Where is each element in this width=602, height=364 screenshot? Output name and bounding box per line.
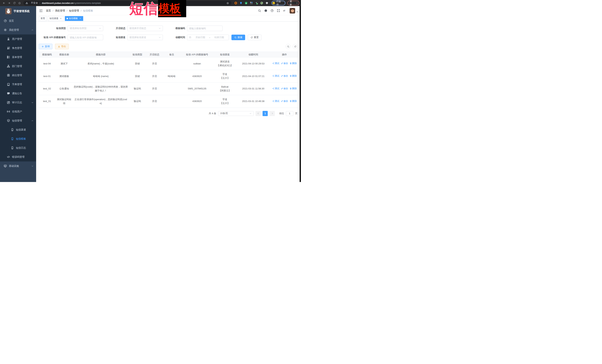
breadcrumb-item[interactable]: 系统管理 bbox=[55, 9, 65, 12]
fullscreen-icon[interactable] bbox=[275, 6, 281, 15]
sidebar-item-sms-template[interactable]: 短信模板 bbox=[0, 134, 36, 143]
delete-link[interactable]: 删除 bbox=[290, 74, 297, 78]
prev-page-button[interactable] bbox=[256, 111, 261, 116]
sidebar-item-post-mgmt[interactable]: 岗位管理 bbox=[0, 71, 36, 80]
table-toolbar: 新增 导出 bbox=[39, 44, 298, 49]
page-size-select[interactable]: 10条/页 bbox=[218, 111, 254, 116]
close-icon[interactable]: × bbox=[59, 17, 62, 20]
sidebar-item-menu-mgmt[interactable]: 菜单管理 bbox=[0, 52, 36, 62]
sidebar-item-sms-channel[interactable]: 短信渠道 bbox=[0, 125, 36, 134]
edit-link[interactable]: 修改 bbox=[281, 87, 288, 91]
tab-sms-channel[interactable]: 短信渠道× bbox=[48, 16, 64, 21]
home-icon[interactable] bbox=[17, 1, 22, 6]
share-icon bbox=[272, 75, 274, 77]
breadcrumb-item[interactable]: 首页 bbox=[46, 9, 51, 12]
bookmark-star-icon[interactable] bbox=[226, 2, 229, 4]
grid-extension-icon[interactable] bbox=[250, 1, 253, 5]
cell-status: 开启 bbox=[146, 95, 163, 108]
refresh-icon-button[interactable] bbox=[293, 44, 298, 49]
sidebar-item-dept-mgmt[interactable]: 部门管理 bbox=[0, 62, 36, 71]
test-link[interactable]: 测试 bbox=[272, 99, 280, 103]
sms-type-select[interactable]: 请选择短信类型 bbox=[68, 26, 103, 31]
chevron-down-icon bbox=[249, 112, 252, 114]
cell-remark: f哈哈哈 bbox=[163, 70, 181, 82]
sidebar-item-system-mgmt[interactable]: 系统管理 bbox=[0, 25, 36, 34]
test-link[interactable]: 测试 bbox=[272, 74, 280, 78]
reset-button[interactable]: 重置 bbox=[248, 35, 261, 40]
caret-down-icon[interactable] bbox=[296, 11, 298, 13]
search-icon[interactable] bbox=[256, 6, 263, 15]
user-avatar[interactable] bbox=[290, 8, 295, 13]
puzzle-extension-icon[interactable] bbox=[265, 1, 269, 5]
sidebar-item-online-user[interactable]: 在线用户 bbox=[0, 107, 36, 116]
edit-link[interactable]: 修改 bbox=[281, 62, 288, 65]
chevron-down-icon bbox=[159, 27, 161, 30]
chevron-down-icon bbox=[31, 165, 33, 167]
sidebar-item-sms-mgmt[interactable]: 短信管理 bbox=[0, 116, 36, 125]
reload-icon[interactable] bbox=[12, 1, 17, 6]
sidebar-item-sms-log[interactable]: 短信日志 bbox=[0, 143, 36, 152]
goto-page-input[interactable] bbox=[286, 111, 293, 116]
delete-link[interactable]: 删除 bbox=[290, 62, 297, 65]
code-icon bbox=[7, 155, 10, 158]
cell-type: 营销 bbox=[129, 70, 146, 82]
security-status[interactable]: 不安全 bbox=[26, 1, 38, 5]
api-template-id-label: 短信 API 的模板编号 bbox=[39, 36, 66, 39]
add-button[interactable]: 新增 bbox=[39, 44, 53, 49]
edit-link[interactable]: 修改 bbox=[281, 99, 288, 103]
test-link[interactable]: 测试 bbox=[272, 62, 280, 65]
delete-link[interactable]: 删除 bbox=[290, 87, 297, 91]
close-icon[interactable]: × bbox=[79, 17, 82, 20]
delete-link[interactable]: 删除 bbox=[290, 99, 297, 103]
sidebar-item-label: 岗位管理 bbox=[12, 74, 22, 77]
sms-channel-label: 短信渠道 bbox=[103, 36, 125, 39]
next-page-button[interactable] bbox=[269, 111, 275, 116]
plus-icon bbox=[42, 45, 44, 48]
app-logo-row[interactable]: 芋道管理系统 bbox=[0, 6, 36, 16]
cell-remark bbox=[163, 57, 181, 70]
search-button[interactable]: 搜索 bbox=[231, 35, 245, 40]
search-person-extension-icon[interactable] bbox=[260, 1, 263, 5]
test-link[interactable]: 测试 bbox=[272, 87, 280, 91]
edit-link[interactable]: 修改 bbox=[281, 74, 288, 78]
sidebar-item-role-mgmt[interactable]: 角色管理 bbox=[0, 43, 36, 52]
open-status-select[interactable]: 请选择开启状态 bbox=[127, 26, 163, 31]
forward-arrow-icon[interactable] bbox=[7, 1, 11, 6]
search-icon-button[interactable] bbox=[286, 44, 290, 49]
sidebar-item-notice[interactable]: 通知公告 bbox=[0, 89, 36, 98]
trash-icon bbox=[290, 100, 292, 102]
question-icon[interactable] bbox=[269, 6, 275, 15]
edit-icon bbox=[281, 75, 283, 77]
tabs-on-extension-icon[interactable]: on bbox=[255, 1, 258, 5]
page-number-button[interactable]: 1 bbox=[263, 111, 268, 116]
orange-ring-extension-icon[interactable] bbox=[234, 1, 237, 5]
browser-update-button[interactable]: 更新 bbox=[287, 1, 300, 5]
github-icon[interactable] bbox=[263, 6, 269, 15]
kebab-menu-icon[interactable] bbox=[296, 1, 298, 5]
template-code-input[interactable] bbox=[187, 26, 222, 31]
font-size-icon[interactable]: tT bbox=[281, 6, 288, 15]
tab-home[interactable]: 首页 bbox=[39, 16, 47, 21]
blue-gem-extension-icon[interactable] bbox=[239, 1, 243, 5]
sms-channel-select[interactable]: 请选择短信渠道 bbox=[127, 35, 163, 40]
create-time-daterange[interactable]: 开始日期-结束日期 bbox=[187, 35, 229, 40]
export-button[interactable]: 导出 bbox=[55, 44, 69, 49]
sidebar-item-infrastructure[interactable]: 基础设施 bbox=[0, 161, 36, 170]
address-bar[interactable]: 不安全 | dashboard.yudao.iocoder.cn/system/… bbox=[23, 1, 231, 5]
sidebar-item-user-mgmt[interactable]: 用户管理 bbox=[0, 34, 36, 43]
sidebar-item-dict-mgmt[interactable]: 字典管理 bbox=[0, 80, 36, 89]
browser-profile-chip[interactable]: 已暂停 bbox=[271, 1, 285, 5]
tab-sms-template[interactable]: 短信模板× bbox=[65, 16, 83, 21]
breadcrumb-item[interactable]: 短信管理 bbox=[69, 9, 79, 12]
sidebar-item-error-code-mgmt[interactable]: 错误码管理 bbox=[0, 152, 36, 161]
sidebar-item-home[interactable]: 首页 bbox=[0, 16, 36, 25]
menu-fold-icon[interactable] bbox=[39, 9, 43, 13]
green-y-extension-icon[interactable]: y bbox=[245, 1, 248, 5]
cell-remark bbox=[163, 95, 181, 108]
cell-name: 测试验证码短信 bbox=[55, 95, 73, 108]
trash-icon bbox=[290, 62, 292, 64]
cell-ops: 测试修改删除 bbox=[270, 70, 298, 82]
back-arrow-icon[interactable] bbox=[1, 1, 6, 6]
sidebar-item-audit-log[interactable]: 审计日志 bbox=[0, 98, 36, 107]
api-template-id-input[interactable] bbox=[68, 35, 103, 40]
